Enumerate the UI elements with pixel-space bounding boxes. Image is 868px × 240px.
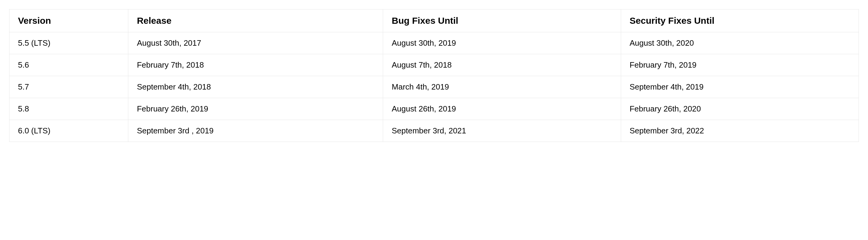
cell-security-fixes: February 7th, 2019 xyxy=(621,54,859,76)
cell-security-fixes: September 3rd, 2022 xyxy=(621,120,859,142)
cell-security-fixes: September 4th, 2019 xyxy=(621,76,859,98)
version-support-table: Version Release Bug Fixes Until Security… xyxy=(9,9,859,142)
cell-release: February 7th, 2018 xyxy=(128,54,383,76)
header-security-fixes: Security Fixes Until xyxy=(621,9,859,32)
cell-bug-fixes: August 30th, 2019 xyxy=(383,32,621,54)
cell-version: 5.7 xyxy=(9,76,128,98)
cell-bug-fixes: September 3rd, 2021 xyxy=(383,120,621,142)
cell-version: 5.8 xyxy=(9,98,128,120)
table-row: 6.0 (LTS) September 3rd , 2019 September… xyxy=(9,120,859,142)
cell-release: February 26th, 2019 xyxy=(128,98,383,120)
table-row: 5.7 September 4th, 2018 March 4th, 2019 … xyxy=(9,76,859,98)
cell-bug-fixes: March 4th, 2019 xyxy=(383,76,621,98)
cell-release: August 30th, 2017 xyxy=(128,32,383,54)
header-version: Version xyxy=(9,9,128,32)
table-row: 5.8 February 26th, 2019 August 26th, 201… xyxy=(9,98,859,120)
cell-release: September 3rd , 2019 xyxy=(128,120,383,142)
cell-security-fixes: February 26th, 2020 xyxy=(621,98,859,120)
header-bug-fixes: Bug Fixes Until xyxy=(383,9,621,32)
cell-version: 5.6 xyxy=(9,54,128,76)
cell-release: September 4th, 2018 xyxy=(128,76,383,98)
cell-version: 5.5 (LTS) xyxy=(9,32,128,54)
cell-bug-fixes: August 26th, 2019 xyxy=(383,98,621,120)
cell-bug-fixes: August 7th, 2018 xyxy=(383,54,621,76)
header-release: Release xyxy=(128,9,383,32)
table-row: 5.5 (LTS) August 30th, 2017 August 30th,… xyxy=(9,32,859,54)
table-row: 5.6 February 7th, 2018 August 7th, 2018 … xyxy=(9,54,859,76)
table-header-row: Version Release Bug Fixes Until Security… xyxy=(9,9,859,32)
cell-security-fixes: August 30th, 2020 xyxy=(621,32,859,54)
cell-version: 6.0 (LTS) xyxy=(9,120,128,142)
